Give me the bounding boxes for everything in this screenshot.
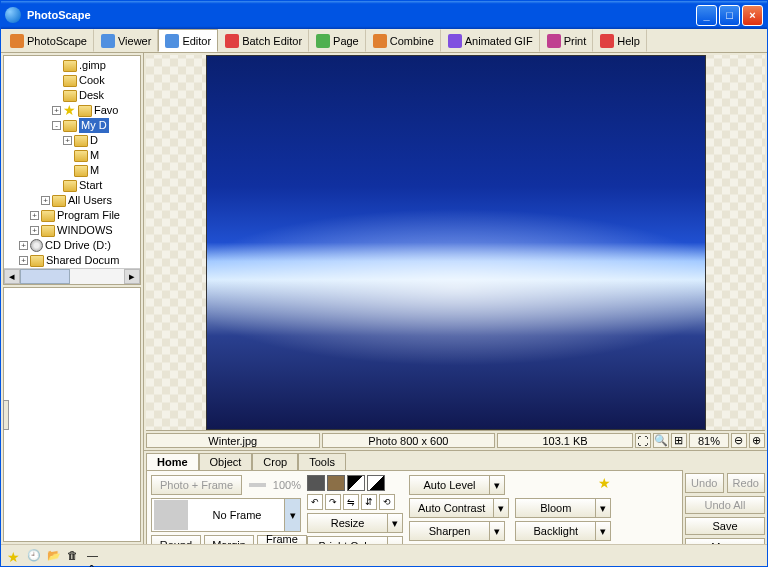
tree-node[interactable]: -My D	[8, 118, 140, 133]
folder-icon	[74, 165, 88, 177]
scroll-left-button[interactable]: ◂	[4, 269, 20, 284]
tab-crop[interactable]: Crop	[252, 453, 298, 470]
flip-v-icon[interactable]: ⇵	[361, 494, 377, 510]
expand-icon[interactable]: +	[30, 211, 39, 220]
sharpen-button[interactable]: Sharpen	[409, 521, 489, 541]
backlight-dropdown[interactable]: ▾	[595, 521, 611, 541]
favorite-icon[interactable]: ★	[7, 549, 21, 563]
margin-button[interactable]: Margin	[204, 535, 254, 544]
zoom-actual-icon[interactable]: ⊞	[671, 433, 687, 448]
tab-combine[interactable]: Combine	[366, 29, 441, 52]
tab-viewer[interactable]: Viewer	[94, 29, 158, 52]
save-button[interactable]: Save	[685, 517, 765, 535]
expand-icon[interactable]: +	[19, 241, 28, 250]
frame-line-button[interactable]: Frame Line	[257, 535, 307, 544]
swatch-column: ↶ ↷ ⇋ ⇵ ⟲ Resize▾ Bright,Color▾	[307, 475, 403, 544]
round-button[interactable]: Round	[151, 535, 201, 544]
bloom-dropdown[interactable]: ▾	[595, 498, 611, 518]
folder-tree[interactable]: .gimpCookDesk+★Favo-My D+DMMStart+All Us…	[3, 55, 141, 285]
tree-node[interactable]: Desk	[8, 88, 140, 103]
tab-icon	[373, 34, 387, 48]
expand-icon[interactable]: +	[52, 106, 61, 115]
zoom-out-icon[interactable]: ⊖	[731, 433, 747, 448]
photo-preview[interactable]	[206, 55, 706, 430]
scroll-thumb[interactable]	[20, 269, 70, 284]
expand-icon[interactable]: +	[19, 256, 28, 265]
resize-button[interactable]: Resize	[307, 513, 387, 533]
close-button[interactable]: ×	[742, 5, 763, 26]
tab-object[interactable]: Object	[199, 453, 253, 470]
folder-icon	[78, 105, 92, 117]
star-icon[interactable]: ★	[598, 475, 611, 495]
brightcolor-button[interactable]: Bright,Color	[307, 536, 387, 544]
thumbnail-pane[interactable]	[3, 287, 141, 542]
frame-slider[interactable]	[249, 483, 266, 487]
collapse-handle[interactable]	[3, 400, 9, 430]
tab-editor[interactable]: Editor	[158, 29, 218, 52]
flip-h-icon[interactable]: ⇋	[343, 494, 359, 510]
slider-icon[interactable]: —⚬—	[87, 549, 101, 563]
scroll-right-button[interactable]: ▸	[124, 269, 140, 284]
minimize-button[interactable]: _	[696, 5, 717, 26]
tree-hscroll[interactable]: ◂ ▸	[4, 268, 140, 284]
tree-node[interactable]: M	[8, 163, 140, 178]
star-icon: ★	[63, 103, 76, 118]
chevron-down-icon[interactable]: ▾	[284, 499, 300, 531]
fullscreen-icon[interactable]: ⛶	[635, 433, 651, 448]
autocontrast-dropdown[interactable]: ▾	[493, 498, 509, 518]
backlight-button[interactable]: Backlight	[515, 521, 595, 541]
tab-help[interactable]: Help	[593, 29, 647, 52]
tab-batch-editor[interactable]: Batch Editor	[218, 29, 309, 52]
tab-photoscape[interactable]: PhotoScape	[3, 29, 94, 52]
bottom-icon-bar: ★ 🕘 📂 🗑 —⚬—	[1, 544, 767, 566]
autolevel-button[interactable]: Auto Level	[409, 475, 489, 495]
frame-select[interactable]: No Frame ▾	[151, 498, 301, 532]
rotate-free-icon[interactable]: ⟲	[379, 494, 395, 510]
canvas-area[interactable]	[146, 55, 765, 431]
invert-swatch[interactable]	[367, 475, 385, 491]
autolevel-dropdown[interactable]: ▾	[489, 475, 505, 495]
zoom-fit-icon[interactable]: 🔍	[653, 433, 669, 448]
tree-node[interactable]: +WINDOWS	[8, 223, 140, 238]
zoom-in-icon[interactable]: ⊕	[749, 433, 765, 448]
titlebar[interactable]: PhotoScape _ □ ×	[1, 1, 767, 29]
autocontrast-button[interactable]: Auto Contrast	[409, 498, 493, 518]
expand-icon[interactable]: +	[41, 196, 50, 205]
history-icon[interactable]: 🕘	[27, 549, 41, 563]
redo-button[interactable]: Redo	[727, 473, 766, 493]
tab-home[interactable]: Home	[146, 453, 199, 470]
tab-page[interactable]: Page	[309, 29, 366, 52]
tab-print[interactable]: Print	[540, 29, 594, 52]
tree-node[interactable]: M	[8, 148, 140, 163]
expand-icon[interactable]: +	[63, 136, 72, 145]
expand-icon[interactable]: +	[30, 226, 39, 235]
trash-icon[interactable]: 🗑	[67, 549, 81, 563]
tree-node[interactable]: +All Users	[8, 193, 140, 208]
rotate-right-icon[interactable]: ↷	[325, 494, 341, 510]
tree-node[interactable]: +D	[8, 133, 140, 148]
maximize-button[interactable]: □	[719, 5, 740, 26]
sharpen-dropdown[interactable]: ▾	[489, 521, 505, 541]
browse-icon[interactable]: 📂	[47, 549, 61, 563]
undo-button[interactable]: Undo	[685, 473, 724, 493]
sepia-swatch[interactable]	[327, 475, 345, 491]
editor-tabs: HomeObjectCropTools	[146, 453, 683, 470]
rotate-left-icon[interactable]: ↶	[307, 494, 323, 510]
tree-node[interactable]: +CD Drive (D:)	[8, 238, 140, 253]
gray-swatch[interactable]	[307, 475, 325, 491]
tab-tools[interactable]: Tools	[298, 453, 346, 470]
tree-node[interactable]: +★Favo	[8, 103, 140, 118]
tab-animated-gif[interactable]: Animated GIF	[441, 29, 540, 52]
bloom-button[interactable]: Bloom	[515, 498, 595, 518]
resize-dropdown[interactable]: ▾	[387, 513, 403, 533]
undo-all-button[interactable]: Undo All	[685, 496, 765, 514]
bandw-swatch[interactable]	[347, 475, 365, 491]
tree-node[interactable]: .gimp	[8, 58, 140, 73]
expand-icon[interactable]: -	[52, 121, 61, 130]
tree-node[interactable]: +Program File	[8, 208, 140, 223]
tree-node[interactable]: +Shared Docum	[8, 253, 140, 268]
photo-frame-button[interactable]: Photo + Frame	[151, 475, 242, 495]
tree-node[interactable]: Start	[8, 178, 140, 193]
tree-node[interactable]: Cook	[8, 73, 140, 88]
brightcolor-dropdown[interactable]: ▾	[387, 536, 403, 544]
